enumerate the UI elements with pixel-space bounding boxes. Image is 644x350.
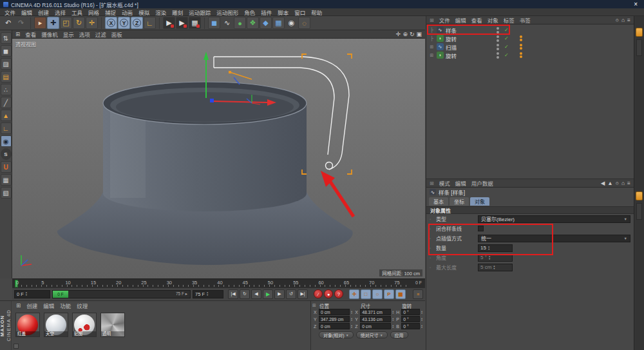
keyframe-dot-icon[interactable]: ◦	[430, 246, 434, 250]
coordinate-mode-dropdown[interactable]: 对象(相对)▼	[319, 331, 354, 338]
object-manager-menu-item[interactable]: 对象	[488, 16, 498, 24]
menubar-item[interactable]: 运动图形	[216, 8, 238, 16]
stepper-icon[interactable]: ▴▾	[351, 317, 352, 322]
key-pla-button[interactable]: ▩	[395, 289, 406, 299]
search-icon[interactable]: ○	[616, 180, 619, 186]
tab-基本[interactable]: 基本	[429, 197, 448, 206]
menubar-item[interactable]: 雕刻	[172, 8, 183, 16]
up-icon[interactable]: ▲	[607, 180, 612, 186]
autokey-button[interactable]: ●	[324, 289, 333, 298]
keyframe-dot-icon[interactable]: ◦	[430, 227, 434, 231]
viewport-menu-item[interactable]: 面板	[111, 30, 122, 38]
workplane-snap-icon[interactable]: ▦	[1, 174, 12, 186]
material-thumbnail[interactable]: 天空	[44, 313, 68, 337]
current-frame-field[interactable]: 0 F ▴▾	[14, 290, 50, 298]
menubar-item[interactable]: 窗口	[294, 8, 305, 16]
attribute-manager-menu-item[interactable]: 模式	[439, 179, 450, 187]
play-button[interactable]: ▶	[263, 289, 273, 299]
viewport-menu-item[interactable]: 查看	[25, 30, 36, 38]
menubar-item[interactable]: 工具	[71, 8, 82, 16]
home-icon[interactable]: ⌂	[621, 17, 625, 23]
key-rotation-button[interactable]: ○	[372, 289, 383, 299]
menubar-item[interactable]: 选择	[55, 8, 66, 16]
phong-tag-icon[interactable]	[520, 52, 522, 55]
menubar-item[interactable]: 运动跟踪	[189, 8, 211, 16]
viewport-menu-item[interactable]: 选项	[79, 30, 90, 38]
attribute-spinner[interactable]: 5 cm▴▾	[478, 264, 513, 271]
attribute-manager-menu-item[interactable]: 用户数据	[471, 179, 493, 187]
goto-end-button[interactable]: ▶|	[298, 289, 308, 299]
timeline-slider[interactable]: 0 F 75 F ▸	[52, 290, 191, 298]
magnet-snap-icon[interactable]: U	[1, 161, 12, 173]
stepper-icon[interactable]: ▴▾	[207, 291, 208, 297]
menubar-item[interactable]: 捕捉	[105, 8, 116, 16]
snap-toggle-icon[interactable]: S	[1, 148, 12, 160]
stepper-icon[interactable]: ▴▾	[489, 255, 490, 260]
prev-frame-button[interactable]: ◀	[251, 289, 261, 299]
live-selection-icon[interactable]: ▸	[34, 17, 46, 29]
object-manager-menu-item[interactable]: 书签	[520, 16, 531, 24]
object-row[interactable]: ⊞∿扫描✓	[426, 43, 634, 51]
add-primitive-cube-icon[interactable]: ◼	[208, 17, 220, 29]
loop-mode-button[interactable]: ↻	[240, 289, 250, 299]
material-thumbnail[interactable]: 红盖	[15, 313, 40, 337]
object-row[interactable]: ⊞◗旋转✓	[426, 51, 634, 59]
viewport-canvas[interactable]: 透视视图 网格间距: 100 cm	[12, 39, 425, 278]
stepper-icon[interactable]: ▴▾	[493, 265, 495, 270]
menubar-item[interactable]: 动画	[122, 8, 133, 16]
menubar-item[interactable]: 文件	[5, 8, 15, 16]
model-mode-icon[interactable]: ◼	[1, 45, 12, 57]
menubar-item[interactable]: 插件	[261, 8, 272, 16]
keyframe-dot-icon[interactable]: ◦	[430, 217, 434, 221]
stepper-icon[interactable]: ▴▾	[488, 246, 489, 251]
polygons-mode-icon[interactable]: ▲	[1, 110, 12, 121]
timeline-ruler[interactable]: 0 F 051015202530354045505560657075	[12, 278, 425, 287]
close-button[interactable]: ×	[630, 1, 641, 8]
phong-tag-icon[interactable]	[520, 39, 522, 41]
tree-branch-icon[interactable]: ├	[429, 28, 435, 32]
visibility-dot-render[interactable]	[497, 31, 499, 34]
lock-z-button[interactable]: Z	[131, 17, 143, 29]
visibility-dots[interactable]	[497, 44, 499, 50]
coordinate-field[interactable]: 0 cm	[360, 323, 391, 329]
stepper-icon[interactable]: ▴▾	[351, 324, 352, 329]
tree-branch-icon[interactable]: ├	[429, 36, 435, 41]
zoom-view-icon[interactable]: ⊕	[402, 31, 408, 37]
search-icon[interactable]: ○	[616, 17, 619, 23]
scale-tool-icon[interactable]: ◰	[60, 17, 72, 29]
menubar-item[interactable]: 模拟	[138, 8, 149, 16]
stepper-icon[interactable]: ▴▾	[392, 317, 393, 322]
object-name[interactable]: 扫描	[446, 43, 465, 51]
menubar-item[interactable]: 脚本	[278, 8, 289, 16]
floor-icon[interactable]: ▦	[272, 17, 285, 29]
goto-start-button[interactable]: |◀	[228, 289, 238, 299]
object-row[interactable]: ├◗旋转✓	[426, 34, 634, 43]
coordinate-field[interactable]: 0 °	[401, 309, 420, 315]
tab-坐标[interactable]: 坐标	[450, 197, 469, 206]
keyframe-dot-icon[interactable]: ◦	[430, 266, 434, 269]
instance-icon[interactable]: ◆	[260, 17, 272, 29]
object-manager-menu-item[interactable]: 文件	[439, 16, 450, 24]
phong-tag-icon[interactable]	[520, 35, 522, 38]
render-picture-viewer-icon[interactable]: ▶	[176, 17, 188, 29]
stepper-icon[interactable]: ▴▾	[351, 310, 352, 315]
stepper-icon[interactable]: ▴▾	[392, 324, 393, 329]
last-tool-icon[interactable]: ✛	[86, 17, 98, 29]
coordinate-mode-dropdown[interactable]: 绝对尺寸▼	[356, 331, 388, 338]
stepper-icon[interactable]: ▴▾	[421, 324, 422, 329]
filter-menu-icon[interactable]: ≡	[627, 17, 630, 23]
content-browser-tab-icon[interactable]	[636, 28, 643, 37]
record-options-button[interactable]: ?	[334, 289, 343, 298]
object-row[interactable]: ├∿样条✓	[426, 26, 634, 34]
menubar-item[interactable]: 角色	[244, 8, 255, 16]
object-name[interactable]: 旋转	[446, 52, 465, 59]
attribute-dropdown[interactable]: 统一▼	[478, 235, 630, 242]
visibility-dot-render[interactable]	[497, 39, 499, 42]
pan-view-icon[interactable]: ✛	[396, 31, 401, 37]
menubar-item[interactable]: 编辑	[21, 8, 32, 16]
menubar-item[interactable]: 创建	[38, 8, 49, 16]
axis-mode-icon[interactable]: ∟	[1, 122, 12, 134]
keyframe-dot-icon[interactable]: ◦	[430, 256, 434, 260]
back-icon[interactable]: ◀	[601, 180, 605, 186]
key-position-button[interactable]: ✛	[349, 289, 359, 299]
